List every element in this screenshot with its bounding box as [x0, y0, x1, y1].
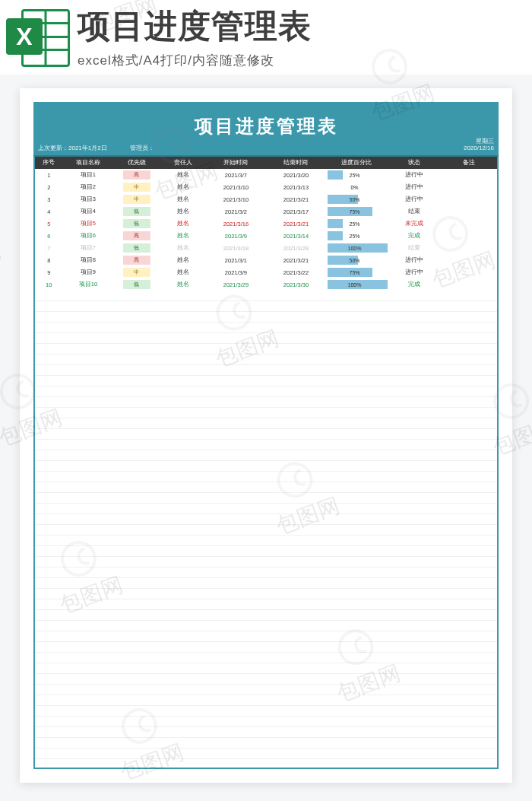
- table-row: 7项目7低姓名2021/3/182021/3/28100%结束: [35, 242, 497, 254]
- priority-chip: 中: [123, 183, 150, 192]
- priority-chip: 高: [123, 256, 150, 265]
- priority-chip: 高: [123, 231, 150, 240]
- last-update: 上次更新：2021年1月2日: [38, 144, 107, 152]
- table-row: 9项目9中姓名2021/3/92021/3/2275%进行中: [35, 266, 497, 278]
- table-row: 2项目2中姓名2021/3/102021/3/130%进行中: [35, 181, 497, 193]
- table-row: 5项目5低姓名2021/3/162021/3/2125%未完成: [35, 218, 497, 230]
- table-column-header: 责任人: [160, 157, 206, 169]
- priority-chip: 低: [123, 207, 150, 216]
- progress-value: 25%: [350, 234, 360, 239]
- progress-value: 100%: [348, 246, 362, 251]
- priority-chip: 高: [123, 170, 150, 180]
- progress-bar: [328, 231, 343, 240]
- table-column-header: 开始时间: [206, 157, 266, 169]
- progress-table: 序号项目名称优先级责任人开始时间结束时间进度百分比状态备注 1项目1高姓名202…: [35, 157, 497, 291]
- progress-value: 50%: [350, 258, 360, 263]
- progress-value: 50%: [350, 197, 360, 202]
- priority-chip: 低: [123, 219, 150, 228]
- table-row: 10项目10低姓名2021/3/292021/3/30100%完成: [35, 278, 497, 291]
- table-column-header: 序号: [35, 157, 62, 169]
- priority-chip: 中: [123, 268, 150, 277]
- template-ribbon: X 项目进度管理表 excel格式/A4打印/内容随意修改: [0, 0, 532, 75]
- manager-label: 管理员：: [130, 144, 154, 152]
- excel-page: 项目进度管理表 上次更新：2021年1月2日 管理员： 星期三 2020/12/…: [20, 88, 512, 783]
- table-row: 3项目3中姓名2021/3/102021/3/2150%进行中: [35, 193, 497, 205]
- progress-value: 75%: [350, 209, 360, 215]
- table-row: 4项目4低姓名2021/3/22021/3/1775%结束: [35, 205, 497, 218]
- template-title: 项目进度管理表: [78, 5, 532, 49]
- table-column-header: 状态: [386, 157, 442, 169]
- progress-value: 25%: [350, 221, 360, 227]
- progress-bar: [328, 170, 343, 180]
- table-column-header: 备注: [442, 157, 497, 169]
- priority-chip: 低: [123, 243, 150, 253]
- template-subtitle: excel格式/A4打印/内容随意修改: [78, 52, 532, 69]
- table-column-header: 项目名称: [62, 157, 113, 169]
- progress-bar: [328, 219, 343, 228]
- priority-chip: 中: [123, 195, 150, 204]
- table-header: 序号项目名称优先级责任人开始时间结束时间进度百分比状态备注: [35, 157, 497, 169]
- excel-icon: X: [6, 6, 70, 70]
- progress-value: 100%: [348, 282, 362, 288]
- empty-grid: [33, 291, 499, 769]
- priority-chip: 低: [123, 280, 150, 289]
- table-column-header: 结束时间: [266, 157, 326, 169]
- table-body: 1项目1高姓名2021/3/72021/3/2025%进行中2项目2中姓名202…: [35, 169, 497, 291]
- sheet-banner: 项目进度管理表 上次更新：2021年1月2日 管理员： 星期三 2020/12/…: [33, 102, 499, 157]
- table-row: 1项目1高姓名2021/3/72021/3/2025%进行中: [35, 169, 497, 181]
- table-row: 6项目6高姓名2021/3/92021/3/1425%完成: [35, 230, 497, 242]
- progress-value: 25%: [350, 173, 360, 178]
- sheet-title: 项目进度管理表: [33, 114, 499, 138]
- table-column-header: 优先级: [113, 157, 160, 169]
- table-row: 8项目8高姓名2021/3/12021/3/2150%进行中: [35, 254, 497, 266]
- date-block: 星期三 2020/12/16: [464, 138, 494, 152]
- progress-value: 75%: [350, 270, 360, 275]
- table-column-header: 进度百分比: [326, 157, 386, 169]
- progress-value: 0%: [350, 185, 358, 190]
